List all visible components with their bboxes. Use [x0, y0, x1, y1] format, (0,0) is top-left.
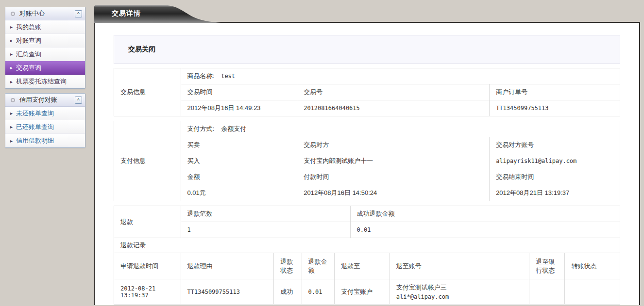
refund-account-header: 退至账号 [390, 253, 529, 279]
payment-method-value: 余额支付 [221, 125, 246, 132]
amount-value: 0.01元 [181, 185, 297, 201]
refund-amount-value: 0.01 [302, 279, 335, 305]
refund-count-header: 退款笔数 [181, 206, 350, 222]
trade-end-time-value: 2012年08月21日 13:19:37 [490, 185, 620, 201]
refund-account-email: ali*@alipay.com [396, 293, 523, 300]
refund-success-amount-value: 0.01 [350, 222, 620, 238]
merchant-order-no-value: TT1345099755113 [490, 100, 620, 116]
content-area: 交易关闭 交易信息 商品名称:test 交易时间 交易号 商户订单号 2012年… [94, 23, 640, 305]
counterparty-account-value: alipayrisk11@alipay.com [490, 153, 620, 169]
main-panel: 交易详情 交易关闭 交易信息 商品名称:test 交易时间 交易号 商户订单号 … [94, 5, 640, 306]
transaction-status-banner: 交易关闭 [114, 35, 620, 64]
pay-time-header: 付款时间 [297, 169, 490, 185]
refund-summary-table: 退款 退款笔数 成功退款金额 1 0.01 [114, 206, 620, 238]
sidebar-item-label: 交易查询 [16, 64, 41, 72]
refund-count-value: 1 [181, 222, 350, 238]
triangle-bullet-icon: ▸ [10, 124, 13, 129]
sidebar-group-title: 对账中心 [19, 9, 75, 18]
merchant-order-no-header: 商户订单号 [490, 84, 620, 100]
apply-refund-time-header: 申请退款时间 [114, 253, 181, 279]
transfer-status-header: 转账状态 [565, 253, 620, 279]
payment-method-label: 支付方式: [187, 125, 215, 132]
sidebar-item-paid-bill-query[interactable]: ▸ 已还账单查询 [5, 120, 85, 134]
sidebar-item-ticket-freeze-query[interactable]: ▸ 机票委托冻结查询 [5, 75, 85, 88]
trade-info-table: 交易信息 商品名称:test 交易时间 交易号 商户订单号 2012年08月16… [114, 68, 620, 116]
table-row: 2012-08-21 13:19:37 TT1345099755113 成功 0… [114, 279, 620, 305]
trade-time-header: 交易时间 [181, 84, 297, 100]
trade-no-header: 交易号 [297, 84, 490, 100]
tab-transaction-detail[interactable]: 交易详情 [94, 5, 221, 23]
refund-to-value: 支付宝账户 [335, 279, 390, 305]
circle-icon [11, 98, 15, 102]
refund-status-value: 成功 [274, 279, 302, 305]
sidebar-item-unpaid-bill-query[interactable]: ▸ 未还账单查询 [5, 107, 85, 120]
sidebar-group-header[interactable]: 对账中心 ^ [5, 7, 85, 20]
triangle-bullet-icon: ▸ [10, 138, 13, 144]
amount-header: 金额 [181, 169, 297, 185]
sidebar-group-reconciliation: 对账中心 ^ ▸ 我的总账 ▸ 对账查询 ▸ 汇总查询 ▸ 交易查询 ▸ 机票委… [5, 7, 85, 89]
refund-records-title-text: 退款记录 [120, 241, 146, 250]
payment-info-label: 支付信息 [114, 121, 181, 201]
collapse-icon[interactable]: ^ [75, 97, 82, 104]
refund-to-header: 退款至 [335, 253, 390, 279]
page-title: 交易详情 [112, 9, 141, 18]
refund-records-title: 退款记录 [114, 238, 620, 253]
trade-no-value: 2012081664040615 [297, 100, 490, 116]
product-name-label: 商品名称: [187, 72, 215, 80]
pay-time-value: 2012年08月16日 14:50:24 [297, 185, 490, 201]
refund-status-header: 退款状态 [274, 253, 302, 279]
bank-status-header: 退至银行状态 [529, 253, 565, 279]
triangle-bullet-icon: ▸ [10, 51, 13, 57]
bank-status-value [529, 279, 565, 305]
refund-success-amount-header: 成功退款金额 [350, 206, 620, 222]
buy-sell-value: 买入 [181, 153, 297, 169]
payment-info-table: 支付信息 支付方式:余额支付 买卖 交易对方 交易对方账号 买入 支付宝内部测试… [114, 121, 620, 201]
sidebar-item-transaction-query[interactable]: ▸ 交易查询 [5, 61, 85, 75]
sidebar-item-label: 机票委托冻结查询 [16, 77, 67, 86]
sidebar-item-label: 未还账单查询 [16, 109, 54, 118]
sidebar-item-credit-loan-detail[interactable]: ▸ 信用借款明细 [5, 134, 85, 147]
transfer-status-value [565, 279, 620, 305]
sidebar-item-label: 已还账单查询 [16, 123, 54, 131]
sidebar-item-my-ledger[interactable]: ▸ 我的总账 [5, 20, 85, 34]
sidebar-item-reconciliation-query[interactable]: ▸ 对账查询 [5, 34, 85, 48]
sidebar-group-credit: 信用支付对账 ^ ▸ 未还账单查询 ▸ 已还账单查询 ▸ 信用借款明细 [5, 93, 85, 148]
counterparty-account-header: 交易对方账号 [490, 137, 620, 153]
counterparty-value: 支付宝内部测试账户十一 [297, 153, 490, 169]
sidebar-item-label: 信用借款明细 [16, 136, 54, 145]
triangle-bullet-icon: ▸ [10, 65, 13, 70]
refund-label: 退款 [114, 206, 181, 238]
buy-sell-header: 买卖 [181, 137, 297, 153]
triangle-bullet-icon: ▸ [10, 24, 13, 30]
sidebar-item-summary-query[interactable]: ▸ 汇总查询 [5, 48, 85, 61]
sidebar-item-label: 汇总查询 [16, 50, 41, 59]
sidebar-item-label: 我的总账 [16, 23, 41, 32]
refund-account-value: 支付宝测试帐户三 ali*@alipay.com [390, 279, 529, 305]
transaction-status-text: 交易关闭 [128, 45, 155, 54]
sidebar: 对账中心 ^ ▸ 我的总账 ▸ 对账查询 ▸ 汇总查询 ▸ 交易查询 ▸ 机票委… [5, 7, 85, 152]
sidebar-group-title: 信用支付对账 [19, 96, 75, 104]
collapse-icon[interactable]: ^ [75, 10, 82, 17]
counterparty-header: 交易对方 [297, 137, 490, 153]
payment-method-cell: 支付方式:余额支付 [181, 121, 620, 137]
triangle-bullet-icon: ▸ [10, 79, 13, 84]
product-name-cell: 商品名称:test [181, 68, 620, 84]
trade-info-label: 交易信息 [114, 68, 181, 116]
circle-icon [11, 12, 15, 16]
refund-reason-header: 退款理由 [181, 253, 274, 279]
refund-amount-header: 退款金额 [302, 253, 335, 279]
sidebar-item-label: 对账查询 [16, 36, 41, 45]
apply-refund-time-value: 2012-08-21 13:19:37 [114, 279, 181, 305]
sidebar-group-header[interactable]: 信用支付对账 ^ [5, 94, 85, 107]
refund-records-table: 申请退款时间 退款理由 退款状态 退款金额 退款至 退至账号 退至银行状态 转账… [114, 253, 620, 305]
trade-time-value: 2012年08月16日 14:49:23 [181, 100, 297, 116]
refund-account-name: 支付宝测试帐户三 [396, 283, 523, 292]
product-name-value: test [221, 73, 235, 80]
triangle-bullet-icon: ▸ [10, 38, 13, 43]
tab-strip: 交易详情 [94, 5, 640, 23]
refund-reason-value: TT1345099755113 [181, 279, 274, 305]
triangle-bullet-icon: ▸ [10, 111, 13, 116]
trade-end-time-header: 交易结束时间 [490, 169, 620, 185]
